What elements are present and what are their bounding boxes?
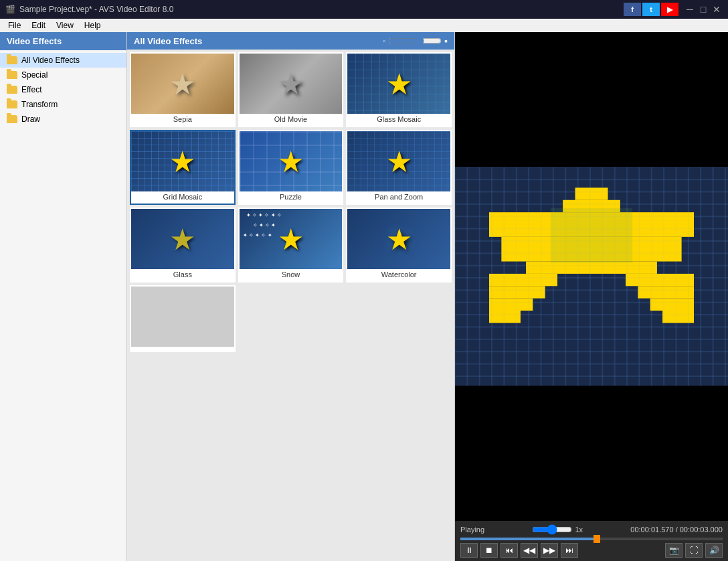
effect-thumb-gridmosaic: ★ [131,131,234,191]
next-button[interactable]: ⏭ [561,543,578,558]
effects-grid: ★ Sepia ★ Old Movie [130,52,452,352]
effect-label-watercolor: Watercolor [347,270,450,278]
effect-panzoom[interactable]: ★ Pan and Zoom [346,130,452,205]
close-button[interactable]: ✕ [711,3,723,15]
effect-thumb-oldmovie: ★ [240,54,343,114]
effects-header-controls: ▫ ▪ [383,35,448,46]
large-view-icon[interactable]: ▪ [444,35,448,46]
effect-thumb-glass: ★ [131,209,234,269]
sidebar-item-effect[interactable]: Effect [0,82,126,97]
app-icon: 🎬 [5,5,15,14]
left-panel-items: All Video Effects Special Effect Transfo… [0,50,126,129]
effect-thumb-panzoom: ★ [347,131,450,191]
right-controls: 📷 ⛶ 🔊 [665,543,723,558]
effects-header: All Video Effects ▫ ▪ [127,32,454,50]
menu-view[interactable]: View [51,19,79,32]
effect-thumb-puzzle: ★ [240,131,343,191]
effect-glass[interactable]: ★ Glass [130,208,236,283]
effect-label-oldmovie: Old Movie [240,115,343,123]
titlebar: 🎬 Sample Project.vep* - AVS Video Editor… [0,0,728,19]
time-current: 00:00:01.570 [630,526,673,534]
forward-button[interactable]: ▶▶ [541,543,558,558]
svg-rect-17 [551,208,632,263]
folder-icon [7,56,17,64]
center-panel: All Video Effects ▫ ▪ ★ Sepia [127,32,455,561]
effect-thumb-glassmosaic: ★ [347,54,450,114]
progress-bar[interactable] [460,538,723,540]
svg-rect-16 [455,167,728,386]
minimize-button[interactable]: ─ [684,3,696,15]
sidebar-item-special[interactable]: Special [0,68,126,82]
effects-title: All Video Effects [134,36,202,46]
effects-grid-container[interactable]: ★ Sepia ★ Old Movie [127,50,454,561]
folder-icon [7,86,17,94]
preview-controls: Playing 1x 00:00:01.570 / 00:00:03.000 ⏸… [455,521,728,561]
sidebar-item-label: Effect [21,85,41,94]
preview-buttons: ⏸ ⏹ ⏮ ◀◀ ▶▶ ⏭ 📷 ⛶ 🔊 [460,543,723,558]
effect-thumb-snow: ★ ✦ ✧ ✦ ✧ ✦ ✧ ✧ ✦ ✧ ✦ ✦ ✧ ✦ ✧ ✦ [240,209,343,269]
size-slider[interactable] [388,37,442,45]
time-total: 00:00:03.000 [680,526,723,534]
screenshot-button[interactable]: 📷 [665,543,682,558]
folder-icon [7,115,17,123]
sidebar-item-draw[interactable]: Draw [0,112,126,127]
stop-button[interactable]: ⏹ [480,543,498,558]
progress-handle[interactable] [594,535,600,543]
effect-watercolor[interactable]: ★ Watercolor [346,208,452,283]
sidebar-item-label: Draw [21,114,40,124]
titlebar-left: 🎬 Sample Project.vep* - AVS Video Editor… [5,5,173,14]
progress-fill [460,538,597,540]
folder-icon [7,100,17,108]
facebook-button[interactable]: f [624,3,641,16]
volume-button[interactable]: 🔊 [705,543,723,558]
left-panel: Video Effects All Video Effects Special … [0,32,127,561]
sidebar-item-transform[interactable]: Transform [0,97,126,112]
menu-edit[interactable]: Edit [26,19,51,32]
effect-oldmovie[interactable]: ★ Old Movie [238,52,344,127]
effect-thumb-sepia: ★ [131,54,234,114]
effect-puzzle[interactable]: ★ Puzzle [238,130,344,205]
folder-icon [7,71,17,79]
effect-thumb-watercolor: ★ [347,209,450,269]
effect-gridmosaic[interactable]: ★ Grid Mosaic [130,130,236,205]
prev-button[interactable]: ⏮ [500,543,518,558]
pause-button[interactable]: ⏸ [460,543,478,558]
effect-snow[interactable]: ★ ✦ ✧ ✦ ✧ ✦ ✧ ✧ ✦ ✧ ✦ ✦ ✧ ✦ ✧ ✦ Snow [238,208,344,283]
effect-label-glass: Glass [131,270,234,278]
sidebar-item-all-effects[interactable]: All Video Effects [0,53,126,68]
effect-label-snow: Snow [240,270,343,278]
playing-status: Playing [460,526,484,534]
right-panel: Playing 1x 00:00:01.570 / 00:00:03.000 ⏸… [455,32,728,561]
effect-label-puzzle: Puzzle [240,193,343,201]
sidebar-item-label: All Video Effects [21,56,80,65]
time-display: 00:00:01.570 / 00:00:03.000 [630,526,723,534]
effect-label-gridmosaic: Grid Mosaic [131,193,234,201]
effect-label-glassmosaic: Glass Mosaic [347,115,450,123]
menu-help[interactable]: Help [79,19,106,32]
preview-status: Playing 1x 00:00:01.570 / 00:00:03.000 [460,524,723,535]
twitter-button[interactable]: t [642,3,660,16]
titlebar-social: f t ▶ [624,3,678,16]
rewind-button[interactable]: ◀◀ [521,543,538,558]
main-area: Video Effects All Video Effects Special … [0,32,728,561]
titlebar-controls: ─ □ ✕ [684,3,723,15]
effect-label-panzoom: Pan and Zoom [347,193,450,201]
sidebar-item-label: Transform [21,100,58,109]
fullscreen-button[interactable]: ⛶ [685,543,703,558]
preview-canvas [455,32,728,521]
left-panel-title: Video Effects [0,32,126,50]
effect-thumb-extra1 [131,287,234,347]
app-title: Sample Project.vep* - AVS Video Editor 8… [19,5,173,14]
speed-value: 1x [575,526,583,534]
effect-sepia[interactable]: ★ Sepia [130,52,236,127]
menu-file[interactable]: File [3,19,26,32]
effect-glassmosaic[interactable]: ★ Glass Mosaic [346,52,452,127]
sidebar-item-label: Special [21,70,48,80]
preview-area [455,32,728,521]
effect-extra1[interactable] [130,285,236,352]
youtube-button[interactable]: ▶ [661,3,678,16]
small-view-icon[interactable]: ▫ [383,37,385,45]
effect-label-sepia: Sepia [131,115,234,123]
speed-slider[interactable] [532,524,572,535]
maximize-button[interactable]: □ [697,3,709,15]
